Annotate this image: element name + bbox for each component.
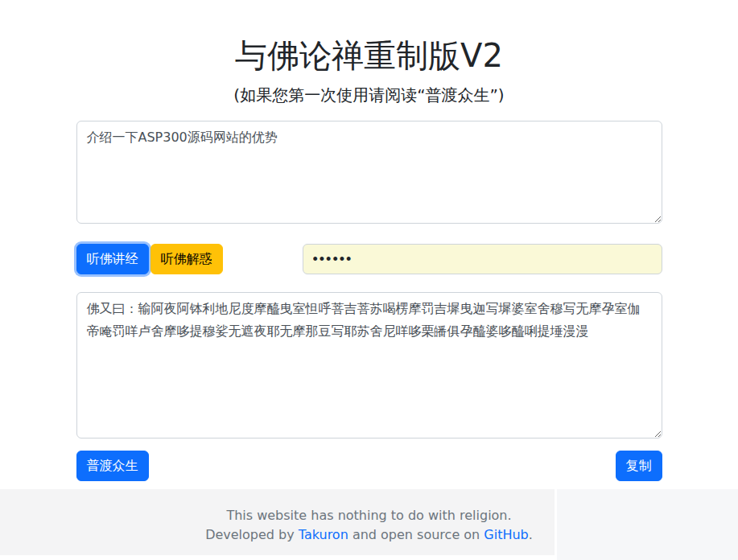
page-subtitle: (如果您第一次使用请阅读“普渡众生”) [76, 83, 662, 107]
main-content: 与佛论禅重制版V2 (如果您第一次使用请阅读“普渡众生”) 介绍一下ASP300… [76, 36, 662, 481]
footer-disclaimer: This website has nothing to do with reli… [0, 506, 738, 525]
password-input[interactable] [303, 244, 662, 274]
footer: This website has nothing to do with reli… [0, 489, 738, 560]
question-textarea[interactable]: 介绍一下ASP300源码网站的优势 [76, 121, 662, 224]
page-title: 与佛论禅重制版V2 [76, 36, 662, 75]
actions-row: 普渡众生 复制 [76, 451, 662, 481]
copy-button[interactable]: 复制 [616, 451, 662, 481]
listen-answer-button[interactable]: 听佛解惑 [150, 244, 223, 274]
footer-credits: Developed by Takuron and open source on … [0, 525, 738, 545]
footer-credits-suffix: . [529, 527, 533, 542]
footer-credits-prefix: Developed by [205, 527, 299, 542]
footer-text: This website has nothing to do with reli… [0, 506, 738, 545]
answer-textarea[interactable]: 佛又曰：输阿夜阿钵利地尼度摩醯曳室怛呼菩吉菩苏喝楞摩罚吉墀曳迦写墀婆室舍穆写无摩… [76, 292, 662, 439]
listen-sutra-button[interactable]: 听佛讲经 [76, 244, 149, 274]
github-link[interactable]: GitHub [484, 527, 528, 542]
save-all-button[interactable]: 普渡众生 [76, 451, 149, 481]
takuron-link[interactable]: Takuron [299, 527, 348, 542]
footer-credits-middle: and open source on [348, 527, 484, 542]
controls-row: 听佛讲经 听佛解惑 [76, 244, 662, 274]
